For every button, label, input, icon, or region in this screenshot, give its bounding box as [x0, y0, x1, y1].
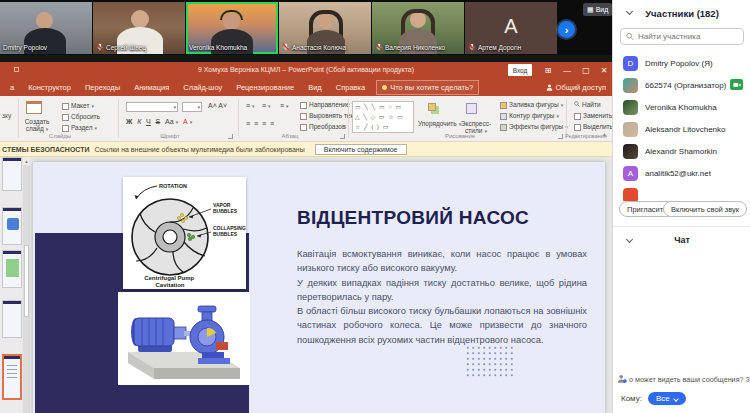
slide-body-text[interactable]: Кавітація всмоктування виникає, коли нас… — [297, 247, 587, 347]
paragraph-group-label: Абзац — [265, 133, 315, 139]
ribbon-options-icon[interactable]: ⊞ — [541, 64, 555, 76]
arrange-button[interactable]: Упорядочить — [418, 120, 461, 127]
unmute-button[interactable]: Включить свой звук — [663, 201, 747, 217]
replace-icon — [574, 113, 581, 120]
shapes-row[interactable]: ▭ ╲ ╲ ▭ ○ ▭ — [355, 102, 413, 112]
slide-thumbnail[interactable] — [2, 157, 22, 191]
participant-name-label: Артем Дорогін — [478, 44, 521, 51]
tab-view[interactable]: Вид — [301, 83, 329, 92]
scrollbar-thumb[interactable] — [24, 245, 29, 317]
share-button[interactable]: Общий доступ — [546, 83, 606, 92]
svg-text:VAPOR BUBBLES: VAPOR BUBBLES — [213, 202, 238, 214]
grow-shrink-font[interactable]: A˄ A˅ — [208, 102, 227, 109]
section-button[interactable]: Раздел — [62, 124, 97, 132]
pump-3d-image[interactable] — [118, 292, 250, 385]
tell-me-box[interactable]: Что вы хотите сделать? — [376, 80, 479, 95]
participant-row[interactable]: Aleksandr Litovchenko — [613, 118, 750, 140]
bullets-button[interactable]: ≡ — [246, 102, 255, 109]
close-icon[interactable]: ✕ — [597, 64, 611, 76]
cavitation-diagram-image[interactable]: ROTATION — [123, 177, 246, 289]
convert-smartart-button[interactable]: Преобразовать в SmartArt — [300, 123, 346, 131]
participant-row[interactable]: D Dmitry Popolov (Я) — [613, 52, 750, 74]
font-name-combo[interactable] — [126, 102, 178, 112]
slide-title[interactable]: ВІДЦЕНТРОВИЙ НАСОС — [297, 207, 529, 229]
tab-review[interactable]: Рецензирование — [229, 83, 301, 92]
slide-thumbnail[interactable] — [2, 207, 22, 245]
shape-effects-icon — [500, 124, 507, 131]
reset-button[interactable]: Сбросить — [62, 113, 100, 121]
tab-help[interactable]: Справка — [329, 83, 372, 92]
video-tile-dmitry[interactable]: Dmitry Popolov — [0, 2, 92, 54]
participant-name-label: Сергей Швец — [106, 44, 146, 51]
scroll-up-icon[interactable]: ▴ — [23, 157, 30, 165]
video-tile-valeria[interactable]: Валерия Николенко — [372, 2, 464, 54]
video-on-badge — [730, 79, 743, 90]
shapes-gallery[interactable]: ▭ ╲ ╲ ▭ ○ ▭ △ ╲ ◇ ▭ ☆ ▭ ☆ ╱ { } ▭ — [352, 101, 414, 133]
italic-button[interactable]: К — [137, 118, 141, 125]
thumbnails-scrollbar[interactable]: ▴ — [23, 157, 30, 413]
reset-icon — [62, 114, 69, 121]
participant-row[interactable]: Veronika Khomukha — [613, 96, 750, 118]
case-button[interactable]: Аа — [165, 118, 178, 125]
next-videos-button[interactable]: › — [558, 21, 575, 38]
participant-row[interactable]: Alexandr Shamorkin — [613, 140, 750, 162]
participants-header: Участники (182) — [613, 0, 750, 24]
enable-content-button[interactable]: Включить содержимое — [315, 144, 407, 155]
participant-name-label: Анастасія Колюча — [292, 44, 346, 51]
minimize-icon[interactable]: — — [560, 64, 574, 76]
title-bar[interactable]: 9 Хомуха Вероніка КЦМЛ – PowerPoint (Сбо… — [0, 62, 612, 78]
underline-button[interactable]: Ч — [146, 118, 151, 125]
participant-search[interactable] — [620, 28, 744, 45]
tab-fragment[interactable]: а — [0, 83, 21, 92]
video-tile-artem[interactable]: А Артем Дорогін — [465, 2, 557, 54]
shapes-row[interactable]: ☆ ╱ { } ▭ — [355, 122, 413, 132]
to-selector[interactable]: Все — [648, 392, 686, 405]
view-button[interactable]: ▦ Вид — [583, 3, 612, 16]
font-size-combo[interactable] — [182, 102, 202, 112]
participant-row[interactable]: A analitik52@ukr.net — [613, 162, 750, 184]
align-buttons[interactable]: ≡ ≡ ≡ ≡ — [246, 120, 275, 127]
tab-design[interactable]: Конструктор — [21, 83, 78, 92]
search-input[interactable] — [638, 32, 738, 41]
tab-animations[interactable]: Анимация — [127, 83, 176, 92]
numbering-button[interactable]: ≡ — [262, 102, 271, 109]
shape-effects-button[interactable]: Эффекты фигуры — [500, 123, 568, 131]
find-button[interactable]: Найти — [574, 101, 601, 108]
video-tile-sergey[interactable]: Сергей Швец — [93, 2, 185, 54]
tab-transitions[interactable]: Переходы — [78, 83, 127, 92]
slide-thumbnail-selected[interactable] — [2, 354, 22, 400]
shape-outline-button[interactable]: Контур фигуры — [500, 112, 559, 120]
chat-privacy-hint[interactable]: о может видеть ваши сообщения? З — [617, 374, 750, 384]
shapes-row[interactable]: △ ╲ ◇ ▭ ☆ ▭ — [355, 112, 413, 122]
replace-button[interactable]: Заменить — [574, 112, 617, 120]
tab-slideshow[interactable]: Слайд-шоу — [176, 83, 229, 92]
video-tile-veronika[interactable]: Veronika Khomukha — [186, 2, 278, 54]
participant-row[interactable] — [613, 184, 750, 202]
line-spacing-button[interactable]: ≡ — [280, 102, 289, 109]
chat-to-row: Кому: Все — [621, 392, 686, 405]
font-format-buttons[interactable]: Ж К Ч S Аа А — [126, 118, 195, 125]
security-warning-bar: СТЕМЫ БЕЗОПАСНОСТИ Ссылки на внешние объ… — [0, 142, 612, 157]
ribbon-tabs: а Конструктор Переходы Анимация Слайд-шо… — [0, 78, 612, 96]
bold-button[interactable]: Ж — [126, 118, 132, 125]
shape-fill-button[interactable]: Заливка фигуры — [500, 101, 563, 109]
signin-button[interactable]: Вход — [508, 64, 532, 76]
collapse-ribbon-icon[interactable]: ▴ — [603, 130, 606, 137]
font-dialog-launcher[interactable] — [228, 134, 233, 139]
restore-icon[interactable]: ▢ — [579, 64, 593, 76]
font-color-button[interactable]: А — [183, 118, 192, 125]
slide-thumbnail[interactable] — [2, 300, 22, 338]
video-tile-anastasia[interactable]: Анастасія Колюча — [279, 2, 371, 54]
svg-text:Centrifugal Pump: Centrifugal Pump Cavitation — [144, 275, 196, 288]
new-slide-icon[interactable] — [26, 101, 42, 114]
grid-view-icon: ▦ — [587, 6, 594, 14]
privacy-hint-text: о может видеть ваши сообщения? З — [629, 375, 750, 384]
strikethrough-button[interactable]: S — [156, 118, 161, 125]
slide-canvas[interactable]: ROTATION — [33, 162, 605, 413]
layout-button[interactable]: Макет — [62, 102, 94, 110]
select-button[interactable]: Выделить — [574, 123, 618, 131]
paragraph-dialog-launcher[interactable] — [340, 134, 345, 139]
new-slide-button[interactable]: Создать слайд — [22, 118, 52, 133]
participant-row[interactable]: 662574 (Организатор) — [613, 74, 750, 96]
slide-thumbnail[interactable] — [2, 250, 22, 288]
